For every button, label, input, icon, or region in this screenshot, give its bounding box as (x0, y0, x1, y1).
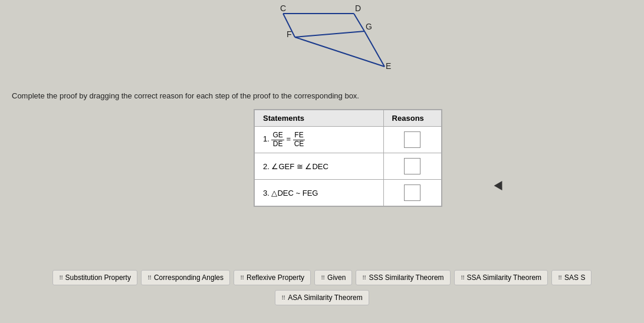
drop-box-3[interactable] (404, 184, 420, 201)
chip-corresponding-angles[interactable]: ⠿ Corresponding Angles (141, 270, 230, 285)
fraction-2-num: FE (293, 131, 304, 140)
chip-label: Corresponding Angles (154, 273, 224, 282)
instruction-text: Complete the proof by dragging the corre… (12, 91, 359, 100)
chips-row-1: ⠿ Substitution Property ⠿ Corresponding … (52, 270, 592, 285)
drop-box-2[interactable] (404, 158, 420, 174)
chips-area: ⠿ Substitution Property ⠿ Corresponding … (0, 270, 644, 305)
equals-sign: = (286, 134, 293, 143)
statement-2-text: ∠GEF ≅ ∠DEC (271, 162, 328, 171)
statement-3: 3. △DEC ~ FEG (255, 180, 384, 206)
drag-icon: ⠿ (362, 275, 366, 281)
main-content: C D F G E Complete the proof by dragging… (0, 0, 644, 323)
statement-1: 1. GE DE = FE CE (255, 127, 384, 153)
drop-box-1[interactable] (404, 131, 420, 148)
fraction-1-num: GE (271, 131, 284, 140)
chips-row-2: ⠿ ASA Similarity Theorem (275, 290, 369, 305)
statement-2-prefix: 2. (263, 162, 271, 171)
chip-label: Substitution Property (65, 273, 131, 282)
chip-label: SSA Similarity Theorem (467, 273, 542, 282)
fraction-1-den: DE (272, 140, 284, 148)
chip-label: SAS S (564, 273, 585, 282)
drag-icon: ⠿ (558, 275, 562, 281)
proof-container: Statements Reasons 1. GE DE = F (254, 109, 442, 207)
svg-line-2 (295, 31, 364, 37)
geometry-diagram: C D F G E (224, 3, 407, 97)
svg-text:G: G (366, 22, 372, 31)
reason-3[interactable] (383, 180, 441, 206)
fraction-2-den: CE (293, 140, 305, 148)
chip-asa-similarity[interactable]: ⠿ ASA Similarity Theorem (275, 290, 369, 305)
drag-icon: ⠿ (147, 275, 152, 281)
table-row: 1. GE DE = FE CE (255, 127, 442, 153)
drag-icon: ⠿ (59, 275, 63, 281)
cursor-pointer (494, 181, 507, 193)
drag-icon: ⠿ (461, 275, 465, 281)
statement-1-prefix: 1. (263, 134, 270, 143)
statement-3-prefix: 3. (263, 189, 271, 197)
fraction-1: GE DE (271, 131, 284, 147)
chip-sss-similarity[interactable]: ⠿ SSS Similarity Theorem (356, 270, 450, 285)
reasons-header: Reasons (383, 110, 441, 127)
chip-ssa-similarity[interactable]: ⠿ SSA Similarity Theorem (454, 270, 548, 285)
svg-text:F: F (287, 29, 292, 39)
statement-3-text: △DEC ~ FEG (271, 189, 318, 197)
drag-icon: ⠿ (281, 295, 285, 301)
fraction-2: FE CE (293, 131, 305, 147)
svg-line-3 (354, 14, 364, 31)
svg-text:C: C (280, 4, 286, 13)
statements-header: Statements (255, 110, 384, 127)
chip-reflexive-property[interactable]: ⠿ Reflexive Property (234, 270, 311, 285)
svg-text:D: D (355, 4, 361, 13)
chip-label: Reflexive Property (247, 273, 304, 282)
reason-2[interactable] (383, 153, 441, 180)
svg-line-5 (295, 37, 385, 67)
reason-1[interactable] (383, 127, 441, 153)
proof-table: Statements Reasons 1. GE DE = F (254, 110, 442, 206)
svg-text:E: E (386, 61, 391, 71)
chip-label: SSS Similarity Theorem (369, 273, 443, 282)
chip-sas[interactable]: ⠿ SAS S (551, 270, 592, 285)
chip-label: Given (327, 273, 346, 282)
drag-icon: ⠿ (240, 275, 244, 281)
table-row: 2. ∠GEF ≅ ∠DEC (255, 153, 442, 180)
chip-given[interactable]: ⠿ Given (314, 270, 352, 285)
statement-2: 2. ∠GEF ≅ ∠DEC (255, 153, 384, 180)
chip-substitution-property[interactable]: ⠿ Substitution Property (52, 270, 137, 285)
table-row: 3. △DEC ~ FEG (255, 180, 442, 206)
chip-label: ASA Similarity Theorem (288, 294, 363, 302)
drag-icon: ⠿ (321, 275, 325, 281)
